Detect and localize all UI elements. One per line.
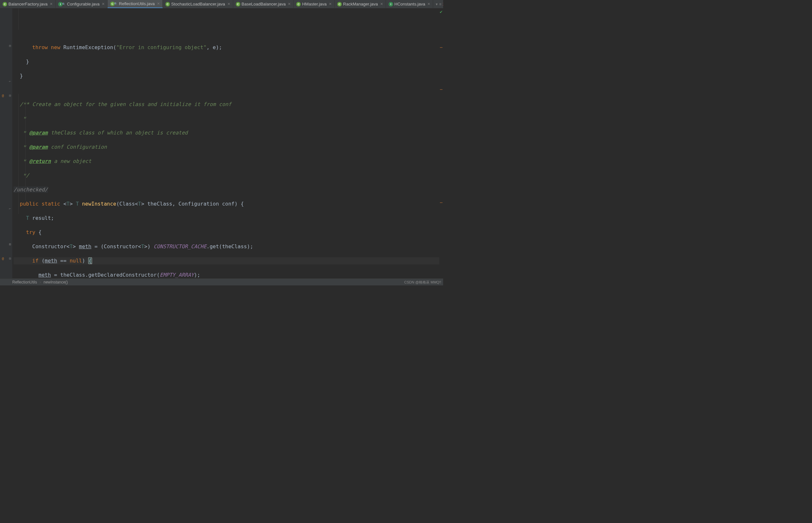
class-icon: C [236,2,240,6]
close-icon[interactable]: ✕ [102,2,105,6]
class-icon: C [337,2,342,6]
tab-label: HConstants.java [394,2,425,6]
gutter: ⊟ ⌐ @ ⊟ ⌐ ⊞ @ ⊟ [0,8,12,278]
code-line: */ [14,172,443,179]
breadcrumb-method[interactable]: newInstance() [44,280,68,285]
class-icon: C [3,2,7,6]
code-line: /** Create an object for the given class… [14,101,443,108]
close-icon[interactable]: ✕ [157,2,160,6]
tab-label: ReflectionUtils.java [119,1,155,6]
class-icon: C [296,2,301,6]
problems-list-icon[interactable]: ≡ [439,2,441,6]
code-line: * @param theClass class of which an obje… [14,129,443,137]
tab-label: BaseLoadBalancer.java [242,2,286,6]
problems-count[interactable]: 2 [442,2,443,6]
watermark: CSDN @格格巫 MMQ!! [404,280,441,285]
code-editor[interactable]: ⊟ ⌐ @ ⊟ ⌐ ⊞ @ ⊟ throw new RuntimeExcepti… [0,8,443,278]
override-gutter-icon[interactable]: @ [1,94,4,97]
tab-label: BalancerFactory.java [8,2,48,6]
tab-label: StochasticLoadBalancer.java [171,2,225,6]
fold-method-start[interactable]: ⊟ [8,94,12,97]
tab-reflectionutils-java[interactable]: C🔍ReflectionUtils.java✕ [108,0,163,8]
close-icon[interactable]: ✕ [329,2,332,6]
tab-right-controls: ▾ ≡ 2 [433,2,443,6]
code-line: public static <T> T newInstance(Class<T>… [14,200,443,208]
code-line: * [14,115,443,122]
code-line: } [14,72,443,79]
close-icon[interactable]: ✕ [50,2,53,6]
code-line: * @param conf Configuration [14,144,443,151]
code-line [14,87,443,94]
code-line: /unchecked/ [14,186,443,193]
tab-hconstants-java[interactable]: IHConstants.java✕ [386,0,433,8]
code-line: T result; [14,215,443,222]
editor-tabs: CBalancerFactory.java✕I🔍Configurable.jav… [0,0,443,8]
tab-configurable-java[interactable]: I🔍Configurable.java✕ [56,0,108,8]
code-area[interactable]: throw new RuntimeException("Error in con… [12,8,443,278]
editor-scrollbar[interactable]: ✔ [439,8,443,278]
problems-dropdown-icon[interactable]: ▾ [436,2,438,6]
code-line: Constructor<T> meth = (Constructor<T>) C… [14,243,443,250]
code-line: } [14,58,443,65]
breadcrumb-class[interactable]: ReflectionUtils [12,280,37,285]
tab-label: HMaster.java [302,2,326,6]
inspection-ok-icon[interactable]: ✔ [440,9,442,14]
code-line: meth = theClass.getDeclaredConstructor(E… [14,272,443,278]
fold-doc-end[interactable]: ⌐ [8,79,12,83]
code-line: if (meth == null) { [14,257,443,265]
code-line: try { [14,229,443,236]
override-gutter-icon2[interactable]: @ [1,257,4,260]
code-line: * @return a new object [14,158,443,165]
interface-icon: I [389,2,393,6]
tab-balancerfactory-java[interactable]: CBalancerFactory.java✕ [0,0,56,8]
code-line: throw new RuntimeException("Error in con… [14,44,443,51]
close-icon[interactable]: ✕ [288,2,291,6]
fold-setcontention[interactable]: ⊞ [8,242,12,246]
close-icon[interactable]: ✕ [380,2,383,6]
close-icon[interactable]: ✕ [427,2,430,6]
fold-doc-start[interactable]: ⊟ [8,44,12,47]
pin-icon: 🔍 [114,2,117,5]
pin-icon: 🔍 [62,3,65,6]
fold-method-end[interactable]: ⌐ [8,207,12,210]
close-icon[interactable]: ✕ [227,2,230,6]
tab-stochasticloadbalancer-java[interactable]: CStochasticLoadBalancer.java✕ [163,0,233,8]
tab-label: Configurable.java [67,2,99,6]
breadcrumb-sep: › [40,280,41,285]
breadcrumb: ReflectionUtils › newInstance() [0,278,443,285]
tab-rackmanager-java[interactable]: CRackManager.java✕ [335,0,386,8]
tab-baseloadbalancer-java[interactable]: CBaseLoadBalancer.java✕ [233,0,294,8]
tab-label: RackManager.java [343,2,378,6]
fold-gettask-start[interactable]: ⊟ [8,257,12,260]
tab-hmaster-java[interactable]: CHMaster.java✕ [294,0,335,8]
class-icon: C [165,2,170,6]
